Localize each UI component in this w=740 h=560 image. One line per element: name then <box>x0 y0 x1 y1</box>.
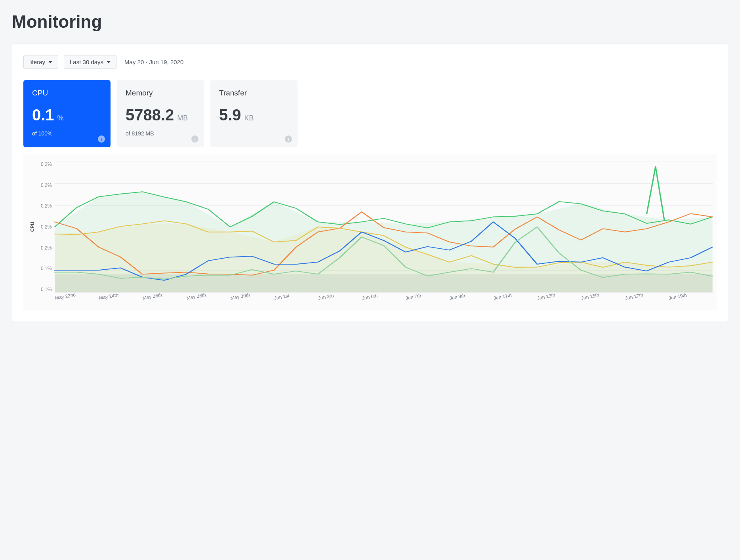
y-tick: 0.2% <box>41 203 51 209</box>
cpu-chart: CPU 0.2%0.2%0.2%0.2%0.2%0.1%0.1% May 22n… <box>23 154 717 310</box>
y-tick: 0.1% <box>41 287 51 292</box>
metric-unit: % <box>57 114 64 122</box>
chart-x-ticks: May 22ndMay 24thMay 26thMay 28thMay 30th… <box>55 295 713 301</box>
chart-plot-area <box>55 162 713 292</box>
info-icon[interactable]: i <box>285 135 292 143</box>
y-tick: 0.2% <box>41 162 51 167</box>
metric-card-memory[interactable]: Memory5788.2MBof 8192 MBi <box>117 80 204 147</box>
y-tick: 0.2% <box>41 183 51 188</box>
service-dropdown[interactable]: liferay <box>23 55 58 69</box>
info-icon[interactable]: i <box>98 135 105 143</box>
chevron-down-icon <box>48 61 52 63</box>
metric-title: Memory <box>126 89 195 97</box>
page-title: Monitoring <box>12 12 728 32</box>
chevron-down-icon <box>107 61 111 63</box>
metric-card-cpu[interactable]: CPU0.1%of 100%i <box>23 80 111 147</box>
metric-cards-row: CPU0.1%of 100%iMemory5788.2MBof 8192 MBi… <box>23 80 717 147</box>
chart-y-axis-label: CPU <box>27 222 38 232</box>
y-tick: 0.2% <box>41 245 51 251</box>
metric-subtext: of 8192 MB <box>126 130 195 137</box>
metric-title: Transfer <box>219 89 289 97</box>
monitoring-panel: liferay Last 30 days May 20 - Jun 19, 20… <box>12 44 728 322</box>
chart-y-ticks: 0.2%0.2%0.2%0.2%0.2%0.1%0.1% <box>38 162 55 292</box>
y-tick: 0.2% <box>41 224 51 230</box>
date-range-label: May 20 - Jun 19, 2020 <box>124 59 183 65</box>
metric-unit: KB <box>244 114 254 122</box>
y-tick: 0.1% <box>41 266 51 271</box>
metric-value: 5.9 <box>219 106 241 124</box>
metric-card-transfer[interactable]: Transfer5.9KBi <box>210 80 298 147</box>
metric-subtext: of 100% <box>32 130 102 137</box>
info-icon[interactable]: i <box>191 135 198 143</box>
metric-title: CPU <box>32 89 102 97</box>
period-dropdown-label: Last 30 days <box>70 59 103 65</box>
service-dropdown-label: liferay <box>29 59 45 65</box>
period-dropdown[interactable]: Last 30 days <box>64 55 116 69</box>
metric-unit: MB <box>177 114 188 122</box>
controls-row: liferay Last 30 days May 20 - Jun 19, 20… <box>23 55 717 69</box>
metric-value: 0.1 <box>32 106 54 124</box>
metric-value: 5788.2 <box>126 106 174 124</box>
